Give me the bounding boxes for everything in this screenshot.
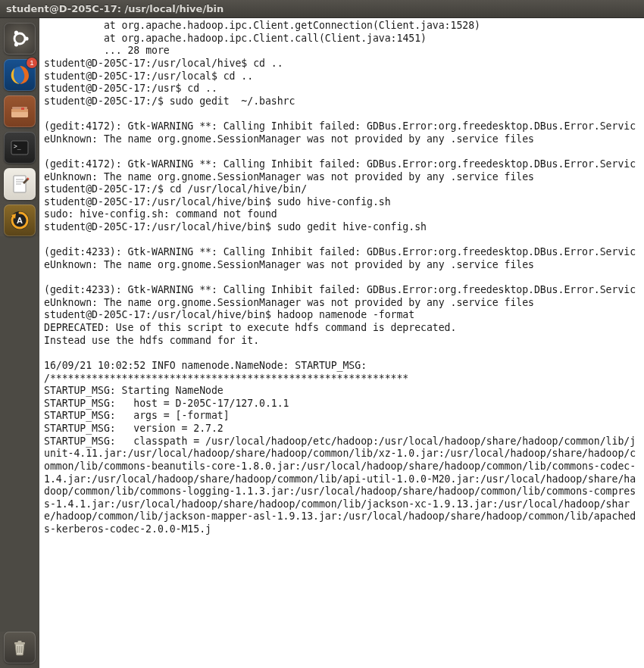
launcher-text-editor[interactable]: [4, 168, 36, 200]
window-titlebar[interactable]: student@D-205C-17: /usr/local/hive/bin: [0, 0, 644, 18]
window-title: student@D-205C-17: /usr/local/hive/bin: [6, 3, 224, 14]
launcher-dash[interactable]: [4, 23, 36, 55]
launcher-bottom: [0, 632, 39, 668]
svg-rect-5: [12, 107, 27, 109]
svg-rect-19: [18, 641, 22, 643]
files-icon: [9, 101, 30, 122]
firefox-icon: [8, 64, 31, 86]
launcher-trash[interactable]: [4, 632, 36, 663]
launcher-terminal[interactable]: >_: [4, 132, 36, 164]
svg-line-20: [17, 646, 18, 653]
terminal-text: at org.apache.hadoop.ipc.Client.getConne…: [44, 20, 639, 536]
svg-rect-8: [21, 108, 24, 110]
svg-point-0: [14, 33, 25, 44]
svg-point-2: [14, 31, 18, 35]
launcher-files[interactable]: [4, 95, 36, 127]
ubuntu-icon: [10, 29, 30, 48]
svg-text:A: A: [17, 216, 23, 225]
terminal-output[interactable]: at org.apache.hadoop.ipc.Client.getConne…: [39, 18, 644, 668]
launcher-software-updater[interactable]: A: [4, 204, 36, 236]
svg-text:>_: >_: [14, 143, 21, 150]
launcher-top: 1 >_: [0, 18, 39, 236]
svg-point-1: [24, 36, 28, 40]
launcher-panel: 1 >_: [0, 18, 39, 668]
trash-icon: [10, 638, 30, 657]
text-editor-icon: [9, 173, 30, 195]
terminal-icon: >_: [9, 137, 30, 158]
svg-point-3: [14, 42, 18, 46]
svg-line-22: [22, 646, 23, 653]
firefox-badge: 1: [27, 58, 37, 68]
updater-icon: A: [8, 209, 31, 232]
svg-rect-7: [11, 109, 28, 112]
launcher-firefox[interactable]: 1: [4, 59, 36, 91]
